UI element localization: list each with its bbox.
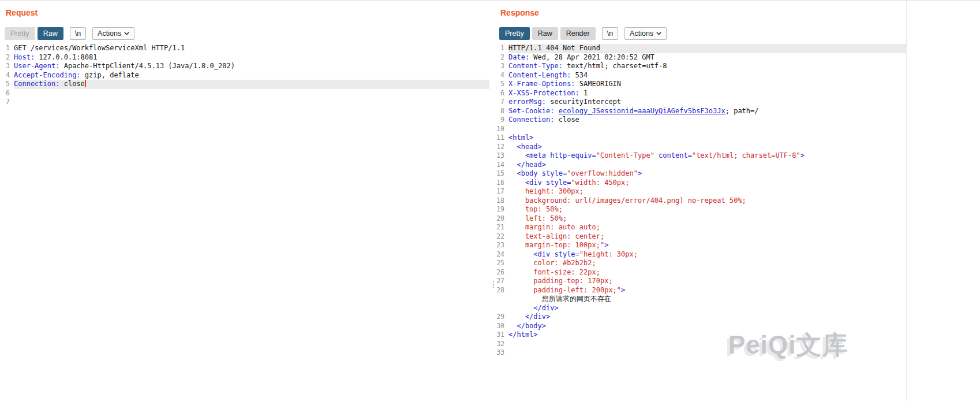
tab-raw[interactable]: Raw: [532, 27, 558, 40]
code-segment: "overflow:hidden": [567, 169, 638, 177]
tab-pretty[interactable]: Pretty: [499, 27, 530, 40]
code-text: Connection: close: [508, 116, 906, 125]
code-line: 7: [0, 98, 489, 107]
http-message-viewer: Request PrettyRaw\nActions 1GET /service…: [0, 0, 980, 401]
code-line: 15 <body style="overflow:hidden">: [495, 169, 906, 179]
code-text: <body style="overflow:hidden">: [508, 169, 906, 179]
code-segment: Host:: [14, 53, 35, 61]
cookie-link[interactable]: ecology_JSessionid=aaaUyQiAGefv5bsF3o3Jx: [559, 107, 725, 115]
code-segment: background: url(/images/error/404.png) n…: [508, 196, 746, 205]
code-line: 32: [495, 340, 906, 349]
code-text: color: #b2b2b2;: [508, 259, 906, 268]
code-line: 21 margin: auto auto;: [495, 223, 906, 232]
code-text: font-size: 22px;: [508, 268, 906, 277]
actions-dropdown[interactable]: Actions: [92, 27, 134, 40]
tab-pretty-label: Pretty: [505, 29, 524, 38]
code-text: </head>: [508, 161, 906, 170]
code-segment: Date:: [508, 53, 529, 61]
actions-dropdown[interactable]: Actions: [624, 27, 667, 40]
code-segment: X-Frame-Options:: [508, 80, 575, 88]
code-line: 29 </div>: [495, 313, 906, 322]
code-text: </div>: [508, 304, 906, 313]
request-editor[interactable]: 1GET /services/WorkflowServiceXml HTTP/1…: [0, 44, 489, 401]
code-segment: [554, 107, 558, 115]
code-segment: </div>: [508, 304, 559, 312]
code-segment: left: 50%;: [508, 214, 567, 222]
tab-render-label: Render: [566, 29, 590, 38]
tab-pretty[interactable]: Pretty: [5, 27, 35, 40]
code-line: 5X-Frame-Options: SAMEORIGIN: [495, 80, 906, 89]
code-text: height: 300px;: [508, 187, 906, 196]
code-line: 23 margin-top: 100px;">: [495, 241, 906, 250]
line-number: 10: [495, 125, 508, 134]
code-text: margin-top: 100px;">: [508, 241, 906, 250]
code-segment: Accept-Encoding:: [14, 71, 81, 79]
code-text: errorMsg: securityIntercept: [508, 98, 906, 107]
actions-dropdown-label: Actions: [630, 29, 653, 38]
panel-splitter[interactable]: ⋮: [489, 1, 495, 401]
code-text: Connection: close: [14, 80, 489, 89]
line-number: 11: [495, 133, 508, 143]
code-text: <html>: [508, 133, 906, 143]
linebreak-button[interactable]: \n: [70, 27, 86, 40]
code-text: background: url(/images/error/404.png) n…: [508, 196, 906, 206]
response-editor[interactable]: 1HTTP/1.1 404 Not Found2Date: Wed, 28 Ap…: [495, 44, 906, 401]
line-number: 19: [495, 205, 508, 214]
code-text: X-XSS-Protection: 1: [508, 89, 906, 98]
tab-raw[interactable]: Raw: [38, 27, 63, 40]
code-segment: </head>: [508, 161, 546, 169]
code-segment: padding-top: 170px;: [508, 277, 613, 285]
code-line: 4Accept-Encoding: gzip, deflate: [0, 71, 489, 80]
line-number: 4: [0, 71, 14, 80]
response-title: Response: [500, 8, 900, 17]
code-segment: padding-left: 200px;": [508, 286, 621, 294]
line-number: 29: [495, 313, 508, 322]
code-segment: "text/html; charset=UTF-8": [692, 151, 801, 159]
code-segment: height: 300px;: [508, 187, 583, 195]
code-line: 6X-XSS-Protection: 1: [495, 89, 906, 98]
code-text: margin: auto auto;: [508, 223, 906, 232]
code-line: 12 <head>: [495, 143, 906, 152]
tab-raw-label: Raw: [43, 29, 58, 38]
code-segment: SAMEORIGIN: [575, 80, 621, 88]
code-line: 20 left: 50%;: [495, 214, 906, 224]
tab-pretty-label: Pretty: [10, 29, 29, 38]
tab-render[interactable]: Render: [560, 27, 596, 40]
code-segment: gzip, deflate: [81, 71, 139, 79]
code-segment: <head>: [508, 143, 542, 151]
line-number: 6: [495, 89, 508, 98]
code-line: 22 text-align: center;: [495, 232, 906, 242]
code-line: 33: [495, 348, 906, 358]
code-text: </html>: [508, 331, 906, 340]
code-segment: <div style=: [508, 250, 579, 258]
code-segment: Content-Length:: [508, 71, 571, 79]
code-line: 3User-Agent: Apache-HttpClient/4.5.13 (J…: [0, 62, 489, 71]
code-segment: GET /services/WorkflowServiceXml HTTP/1.…: [14, 44, 185, 52]
tab-raw-label: Raw: [538, 29, 552, 38]
linebreak-button[interactable]: \n: [602, 27, 618, 40]
line-number: 3: [495, 62, 508, 71]
code-segment: HTTP/1.1 404 Not Found: [508, 44, 600, 52]
line-number: 7: [495, 98, 508, 107]
code-segment: text-align: center;: [508, 232, 604, 240]
line-number: 1: [495, 44, 508, 53]
line-number: [495, 295, 508, 304]
splitter-handle-icon: ⋮: [489, 280, 498, 288]
response-panel: Response PrettyRawRender\nActions 1HTTP/…: [495, 1, 907, 401]
code-segment: >: [604, 241, 608, 249]
code-line: 24 <div style="height: 30px;: [495, 250, 906, 259]
code-text: top: 50%;: [508, 205, 906, 214]
code-text: [508, 340, 906, 349]
code-text: <head>: [508, 143, 906, 152]
code-segment: color: #b2b2b2;: [508, 259, 596, 267]
line-number: 5: [495, 80, 508, 89]
code-text: padding-left: 200px;">: [508, 286, 906, 295]
code-segment: securityIntercept: [546, 98, 621, 106]
code-text: <div style="width: 450px;: [508, 179, 906, 188]
code-line: 8Set-Cookie: ecology_JSessionid=aaaUyQiA…: [495, 107, 906, 116]
text-caret: [85, 80, 86, 87]
line-number: 25: [495, 259, 508, 268]
code-segment: <html>: [508, 133, 533, 142]
code-line: 7errorMsg: securityIntercept: [495, 98, 906, 107]
code-text: Set-Cookie: ecology_JSessionid=aaaUyQiAG…: [508, 107, 906, 116]
